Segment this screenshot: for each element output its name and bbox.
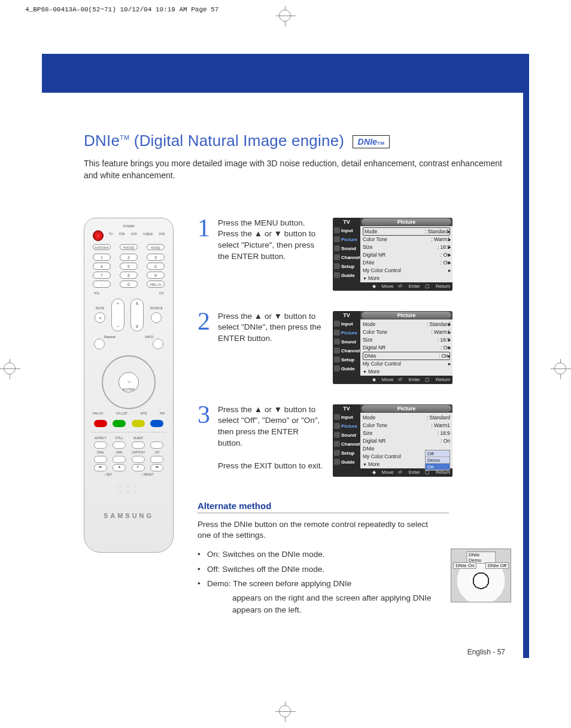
intro-text: This feature brings you more detailed im… <box>84 157 503 182</box>
osd-step-2: TVPicture Input Picture Sound Channel Se… <box>333 311 452 384</box>
step-3: 3 Press the ▲ or ▼ button to select "Off… <box>198 404 511 477</box>
osd-step-3: TVPicture Input Picture Sound Channel Se… <box>333 404 452 477</box>
crop-mark-left <box>0 359 20 379</box>
page-footer: English - 57 <box>467 648 505 656</box>
demo-image: DNIe Demo DNIe On DNIe Off <box>451 549 511 602</box>
osd-step-1: TVPicture Input Picture Sound Channel Se… <box>333 218 452 291</box>
alternate-method-heading: Alternate method <box>198 501 449 513</box>
step-1: 1 Press the MENU button. Press the ▲ or … <box>198 218 511 291</box>
dnie-popup: Off Demo On <box>425 450 450 471</box>
brand-logo: SAMSUNG <box>89 512 168 519</box>
crop-mark-bottom <box>275 702 296 722</box>
side-tab <box>523 54 529 658</box>
bullets: •On: Switches on the DNIe mode. •Off: Sw… <box>198 549 433 616</box>
power-icon <box>93 230 104 241</box>
step-2: 2 Press the ▲ or ▼ button to select "DNI… <box>198 311 511 384</box>
print-header: 4_BP68-00413A-00(52~71) 10/12/04 10:19 A… <box>25 6 218 13</box>
menu-icon <box>94 339 105 349</box>
crop-mark-right <box>551 359 571 379</box>
dnie-logo: DNIeTM <box>353 135 390 148</box>
page-title: DNIeTM (Digital Natural Image engine) DN… <box>84 132 511 150</box>
alternate-method-text: Press the DNIe button on the remote cont… <box>198 519 437 542</box>
remote-illustration: POWER TVSTBVCRCABLEDVD ANTENNA P.MODE MO… <box>84 218 174 553</box>
header-band <box>42 54 529 93</box>
crop-mark-top <box>275 6 296 26</box>
dpad: ⏎ENTER <box>102 355 156 409</box>
